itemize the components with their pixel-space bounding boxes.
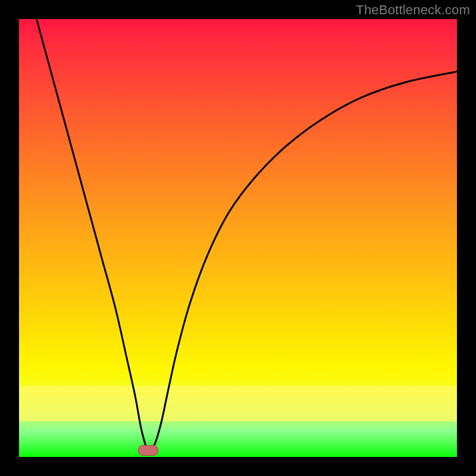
plot-area: [19, 19, 457, 457]
chart-frame: TheBottleneck.com: [0, 0, 476, 476]
minimum-marker: [138, 445, 158, 456]
watermark-text: TheBottleneck.com: [356, 2, 470, 18]
bottleneck-curve: [19, 19, 457, 457]
